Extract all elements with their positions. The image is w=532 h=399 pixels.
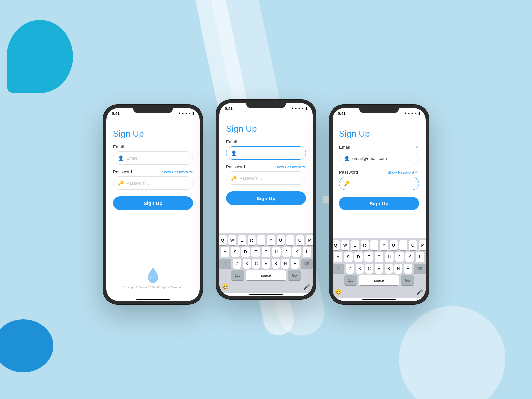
phone-3-password-field[interactable]: 🔑	[339, 177, 419, 190]
key-backspace[interactable]: ⌫	[301, 259, 313, 269]
key-w[interactable]: W	[341, 240, 349, 250]
key-q[interactable]: Q	[332, 240, 340, 250]
key-u[interactable]: U	[390, 240, 398, 250]
key-v[interactable]: V	[262, 259, 270, 269]
key-g[interactable]: G	[375, 252, 383, 262]
key-l[interactable]: L	[303, 247, 311, 257]
key-c[interactable]: C	[252, 259, 260, 269]
mic-icon[interactable]: 🎤	[303, 284, 310, 290]
key-e[interactable]: E	[351, 240, 359, 250]
key-j[interactable]: J	[282, 247, 291, 257]
key-j[interactable]: J	[395, 252, 404, 262]
key-q[interactable]: Q	[219, 235, 227, 245]
key-z[interactable]: Z	[346, 264, 354, 274]
key-x[interactable]: X	[243, 259, 251, 269]
key-l[interactable]: L	[416, 252, 424, 262]
phone-1-show-password[interactable]: Show Password 👁	[162, 170, 193, 174]
keyboard-row-1: Q W E R T Y U I O P	[334, 240, 424, 250]
bg-shape-br	[399, 306, 505, 399]
key-h[interactable]: H	[272, 247, 281, 257]
key-y[interactable]: Y	[380, 240, 388, 250]
key-123[interactable]: 123	[344, 275, 357, 285]
key-r[interactable]: R	[248, 235, 256, 245]
key-m[interactable]: M	[291, 259, 299, 269]
phone-3-signup-btn[interactable]: Sign Up	[339, 197, 419, 210]
key-b[interactable]: B	[385, 264, 393, 274]
phone-2: 9:41 ▲▲▲ ≈ ▮ Sign Up Email 👤 Password	[216, 100, 316, 299]
key-s[interactable]: S	[344, 252, 353, 262]
key-i[interactable]: I	[399, 240, 407, 250]
phone-2-screen: 9:41 ▲▲▲ ≈ ▮ Sign Up Email 👤 Password	[219, 103, 313, 296]
phone-2-status-icons: ▲▲▲ ≈ ▮	[291, 106, 307, 110]
phone-2-show-password[interactable]: Show Password 👁	[275, 165, 306, 169]
key-k[interactable]: K	[405, 252, 414, 262]
key-f[interactable]: F	[364, 252, 373, 262]
key-space[interactable]: space	[246, 270, 286, 280]
phone-2-signup-btn[interactable]: Sign Up	[226, 191, 306, 205]
key-x[interactable]: X	[356, 264, 364, 274]
key-p[interactable]: P	[306, 235, 313, 245]
key-r[interactable]: R	[361, 240, 369, 250]
phone-1-password-field[interactable]: 🔑 Password...	[113, 176, 193, 190]
key-n[interactable]: N	[394, 264, 402, 274]
key-123[interactable]: 123	[231, 270, 244, 280]
phone-3-keyboard: Q W E R T Y U I O P A S D F G H	[332, 238, 426, 298]
key-n[interactable]: N	[281, 259, 289, 269]
key-z[interactable]: Z	[233, 259, 241, 269]
key-shift[interactable]: ⇧	[219, 259, 231, 269]
keyboard-row-4: 123 space Go	[221, 270, 311, 280]
emoji-icon[interactable]: 😀	[222, 284, 229, 290]
phone-3-screen: 9:41 ▲▲▲ ≈ ▮ Sign Up Email ✓ 👤 email@ema…	[332, 108, 426, 301]
key-c[interactable]: C	[365, 264, 373, 274]
phone-1-home-bar	[136, 299, 170, 300]
key-shift[interactable]: ⇧	[332, 264, 344, 274]
battery-icon: ▮	[418, 111, 420, 115]
key-d[interactable]: D	[241, 247, 250, 257]
key-s[interactable]: S	[231, 247, 240, 257]
phone-2-content: Sign Up Email 👤 Password Show Password 👁…	[219, 118, 313, 233]
key-m[interactable]: M	[404, 264, 412, 274]
phone-3-email-field[interactable]: 👤 email@email.com	[339, 152, 419, 165]
key-u[interactable]: U	[277, 235, 285, 245]
key-go[interactable]: Go	[288, 270, 301, 280]
key-a[interactable]: A	[221, 247, 229, 257]
key-a[interactable]: A	[334, 252, 342, 262]
phone-1-signup-btn[interactable]: Sign Up	[113, 196, 193, 210]
emoji-icon[interactable]: 😀	[335, 289, 342, 295]
key-w[interactable]: W	[228, 235, 236, 245]
phone-3-password-label-row: Password Show Password 👁	[339, 170, 419, 175]
key-y[interactable]: Y	[267, 235, 275, 245]
key-o[interactable]: O	[409, 240, 417, 250]
key-space[interactable]: space	[359, 275, 399, 285]
key-v[interactable]: V	[375, 264, 383, 274]
key-t[interactable]: T	[370, 240, 378, 250]
phone-1-copyright: Copyright © Water 2019. All Rights Reser…	[113, 286, 193, 292]
key-e[interactable]: E	[238, 235, 246, 245]
phone-2-password-label: Password	[226, 164, 245, 169]
phone-2-password-field[interactable]: 🔑 Password...	[226, 171, 306, 185]
key-backspace[interactable]: ⌫	[414, 264, 426, 274]
phone-1-screen: 9:41 ▲▲▲ ≈ ▮ Sign Up Email 👤 Email... Pa…	[106, 108, 200, 301]
phone-3-email-label-row: Email ✓	[339, 144, 419, 150]
key-i[interactable]: I	[286, 235, 294, 245]
phone-1-title: Sign Up	[113, 129, 193, 139]
phone-3-show-password[interactable]: Show Password 👁	[388, 170, 419, 175]
phone-1-time: 9:41	[112, 111, 120, 116]
mic-icon[interactable]: 🎤	[416, 289, 423, 295]
key-g[interactable]: G	[262, 247, 270, 257]
key-o[interactable]: O	[296, 235, 304, 245]
phone-2-email-label: Email	[226, 139, 237, 144]
key-b[interactable]: B	[272, 259, 280, 269]
signal-icon: ▲▲▲	[178, 111, 188, 115]
phone-1-email-field[interactable]: 👤 Email...	[113, 151, 193, 165]
key-t[interactable]: T	[257, 235, 265, 245]
key-h[interactable]: H	[385, 252, 394, 262]
key-d[interactable]: D	[354, 252, 363, 262]
key-k[interactable]: K	[292, 247, 301, 257]
phone-2-email-field[interactable]: 👤	[226, 146, 306, 160]
show-password-label: Show Password	[388, 170, 414, 174]
key-go[interactable]: Go	[401, 275, 414, 285]
key-f[interactable]: F	[251, 247, 260, 257]
key-p[interactable]: P	[419, 240, 426, 250]
keyboard-bottom: 😀 🎤	[334, 287, 424, 296]
